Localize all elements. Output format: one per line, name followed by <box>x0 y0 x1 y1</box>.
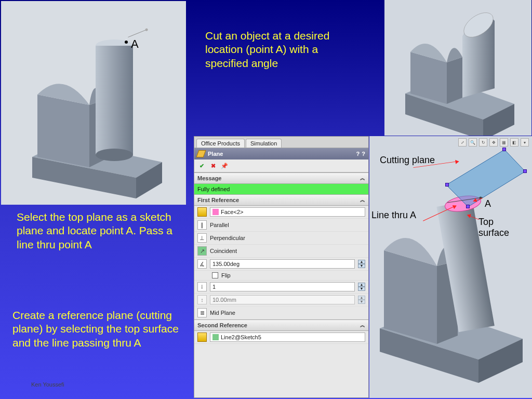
flip-checkbox[interactable] <box>212 272 218 278</box>
angle-spinner[interactable]: ▲▼ <box>358 260 365 268</box>
callout-line-thru-a: Line thru A <box>371 210 416 221</box>
pink-swatch <box>212 209 219 215</box>
graphics-viewport[interactable]: ⤢ 🔍 ↻ ✥ ▦ ◧ ▾ Cutting <box>369 136 532 398</box>
offset-icon: ↕ <box>197 295 207 304</box>
plane-handle[interactable] <box>466 205 470 208</box>
coincident-icon: ↗ <box>197 246 207 256</box>
message-section-head[interactable]: Message ︽ <box>194 172 368 184</box>
svg-marker-3 <box>37 95 89 167</box>
angle-row: ∡ 135.00deg ▲▼ <box>194 258 368 271</box>
pm-toolbar: ✔ ✖ 📌 <box>194 159 368 172</box>
first-reference-text: Face<2> <box>221 209 243 215</box>
point-a-marker <box>125 41 128 44</box>
coincident-label: Coincident <box>210 248 237 254</box>
flip-row[interactable]: Flip <box>194 271 368 281</box>
flip-label: Flip <box>221 272 231 278</box>
author-label: Ken Youssefi <box>31 381 64 388</box>
midplane-label: Mid Plane <box>210 310 235 316</box>
label-a: A <box>131 37 139 51</box>
parallel-label: Parallel <box>210 222 229 228</box>
perpendicular-row[interactable]: ⊥ Perpendicular <box>194 232 368 245</box>
instruction-cut: Cut an object at a desired location (poi… <box>205 29 361 70</box>
face-icon <box>197 207 207 217</box>
second-reference-text: Line2@Sketch5 <box>221 334 261 340</box>
plane-handle[interactable] <box>445 183 449 187</box>
pm-header: Plane ? ? <box>194 148 368 159</box>
collapse-icon[interactable]: ︽ <box>360 322 365 329</box>
tab-simulation[interactable]: Simulation <box>246 139 282 148</box>
help-icon[interactable]: ? <box>356 151 360 157</box>
message-label: Message <box>197 175 221 181</box>
plane-handle[interactable] <box>502 148 506 151</box>
perpendicular-label: Perpendicular <box>210 235 245 241</box>
count-icon: ⁞ <box>197 282 207 291</box>
midplane-icon: ≣ <box>197 308 207 317</box>
angle-icon: ∡ <box>197 259 207 269</box>
tabstrip: Office Products Simulation <box>194 137 368 148</box>
svg-rect-6 <box>96 46 133 155</box>
callout-top-surface: Top surface <box>478 217 520 238</box>
coincident-row[interactable]: ↗ Coincident <box>194 245 368 258</box>
first-reference-row: Face<2> <box>194 206 368 219</box>
offset-input[interactable]: 10.00mm <box>210 295 355 304</box>
model-original-svg <box>1 1 186 205</box>
ok-button[interactable]: ✔ <box>197 162 206 170</box>
second-reference-head[interactable]: Second Reference ︽ <box>194 320 368 331</box>
plane-icon <box>196 150 206 157</box>
parallel-icon: ∥ <box>197 220 207 230</box>
model-thumbnail-original: A <box>1 1 186 205</box>
instruction-select: Select the top plane as a sketch plane a… <box>17 210 178 251</box>
model-thumbnail-cut <box>384 0 531 136</box>
callout-point-a: A <box>485 198 491 209</box>
parallel-row[interactable]: ∥ Parallel <box>194 219 368 232</box>
offset-spinner[interactable]: ▲▼ <box>358 296 365 304</box>
cancel-button[interactable]: ✖ <box>209 162 217 170</box>
pushpin-button[interactable]: 📌 <box>220 162 229 170</box>
first-reference-label: First Reference <box>197 197 239 203</box>
tab-office-products[interactable]: Office Products <box>196 139 245 148</box>
angle-input[interactable]: 135.00deg <box>210 259 355 269</box>
plane-handle[interactable] <box>523 169 527 173</box>
collapse-icon[interactable]: ︽ <box>360 175 365 182</box>
svg-marker-17 <box>384 250 437 344</box>
plane-property-panel: Office Products Simulation Plane ? ? ✔ ✖… <box>194 136 369 398</box>
help-pin-icon[interactable]: ? <box>362 151 365 157</box>
count-input[interactable]: 1 <box>210 282 355 291</box>
midplane-row[interactable]: ≣ Mid Plane <box>194 307 368 320</box>
count-spinner[interactable]: ▲▼ <box>358 283 365 291</box>
count-row: ⁞ 1 ▲▼ <box>194 281 368 294</box>
pm-title: Plane <box>208 151 223 157</box>
perpendicular-icon: ⊥ <box>197 233 207 243</box>
second-reference-row: Line2@Sketch5 <box>194 331 368 344</box>
second-reference-label: Second Reference <box>197 322 247 328</box>
svg-point-7 <box>96 149 133 161</box>
first-reference-head[interactable]: First Reference ︽ <box>194 194 368 206</box>
collapse-icon[interactable]: ︽ <box>360 196 365 204</box>
callout-cutting-plane: Cutting plane <box>380 155 435 166</box>
message-body: Fully defined <box>194 184 368 194</box>
line-icon <box>197 332 207 342</box>
offset-row: ↕ 10.00mm ▲▼ <box>194 294 368 307</box>
second-reference-value[interactable]: Line2@Sketch5 <box>210 332 365 342</box>
svg-marker-12 <box>447 57 462 104</box>
instruction-create: Create a reference plane (cutting plane)… <box>12 309 189 350</box>
green-swatch <box>212 334 219 340</box>
first-reference-value[interactable]: Face<2> <box>210 207 365 217</box>
